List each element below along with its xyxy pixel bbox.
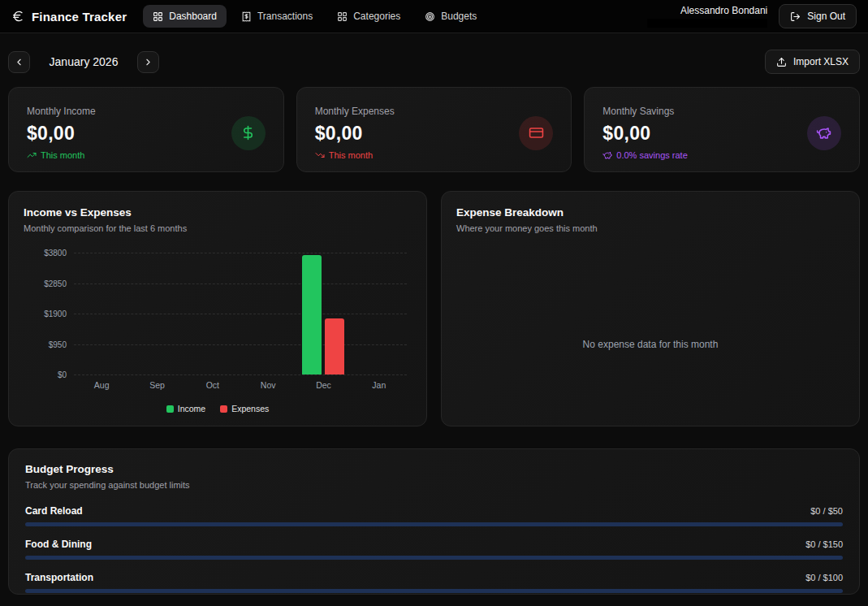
budget-item-transportation: Transportation$0 / $100 xyxy=(25,572,843,593)
receipt-icon xyxy=(241,11,252,22)
budget-title: Budget Progress xyxy=(25,463,843,475)
stats-row: Monthly Income$0,00This monthMonthly Exp… xyxy=(8,87,860,172)
upload-icon xyxy=(776,57,787,67)
trending-up-icon xyxy=(27,150,37,160)
stat-icon-circle xyxy=(807,116,841,150)
budget-subtitle: Track your spending against budget limit… xyxy=(25,480,843,490)
euro-icon xyxy=(11,10,24,23)
upload-icon xyxy=(776,57,787,67)
y-axis-tick: $1900 xyxy=(44,309,67,318)
legend-swatch xyxy=(220,405,227,413)
budget-item-head: Transportation$0 / $100 xyxy=(25,572,843,583)
budget-items: Card Reload$0 / $50Food & Dining$0 / $15… xyxy=(25,505,843,593)
month-label: January 2026 xyxy=(46,55,121,68)
gridline xyxy=(74,374,407,375)
legend-item-income: Income xyxy=(166,404,205,413)
legend-label: Income xyxy=(178,404,205,413)
chevron-right-icon xyxy=(143,57,153,67)
budget-progress-track xyxy=(25,589,843,593)
stat-sub-label: This month xyxy=(329,150,373,160)
top-nav: Finance Tracker DashboardTransactionsCat… xyxy=(0,0,868,33)
credit-card-icon xyxy=(529,125,544,141)
stat-icon-circle xyxy=(231,116,266,150)
nav-item-dashboard[interactable]: Dashboard xyxy=(143,5,227,28)
bar-group-dec xyxy=(296,253,351,374)
brand: Finance Tracker xyxy=(11,10,127,24)
bar-groups xyxy=(74,253,407,374)
x-axis-label-oct: Oct xyxy=(185,380,240,390)
stat-subtext: This month xyxy=(27,150,96,160)
bar-group-jan xyxy=(352,253,407,374)
stat-icon-circle xyxy=(519,116,553,150)
stat-subtext: 0.0% savings rate xyxy=(602,150,687,160)
nav-items: DashboardTransactionsCategoriesBudgets xyxy=(143,5,486,28)
prev-month-button[interactable] xyxy=(8,51,30,73)
budget-item-value: $0 / $50 xyxy=(810,506,843,516)
grid-icon xyxy=(153,11,163,22)
charts-row: Income vs Expenses Monthly comparison fo… xyxy=(8,191,860,426)
chart-x-axis: AugSepOctNovDecJan xyxy=(74,380,407,390)
budget-progress-card: Budget Progress Track your spending agai… xyxy=(8,448,860,595)
chevron-left-icon xyxy=(14,57,24,67)
stat-text: Monthly Expenses$0,00This month xyxy=(315,106,395,160)
budget-item-head: Food & Dining$0 / $150 xyxy=(25,539,843,550)
main-content: January 2026 Import XLSX Monthly Income$… xyxy=(0,33,868,595)
budget-item-food-dining: Food & Dining$0 / $150 xyxy=(25,539,843,560)
bar-group-nov xyxy=(240,253,296,374)
nav-item-budgets[interactable]: Budgets xyxy=(415,5,486,28)
stat-sub-label: This month xyxy=(41,150,84,160)
log-out-icon xyxy=(790,11,801,22)
trending-down-icon xyxy=(315,150,325,160)
nav-item-transactions[interactable]: Transactions xyxy=(231,5,322,28)
import-xlsx-button[interactable]: Import XLSX xyxy=(765,50,860,74)
bar-group-sep xyxy=(129,253,184,374)
budget-item-value: $0 / $100 xyxy=(805,573,843,582)
legend-label: Expenses xyxy=(231,404,269,413)
income-bar-dec xyxy=(302,255,322,374)
y-axis-tick: $950 xyxy=(49,340,67,348)
stat-title: Monthly Expenses xyxy=(315,106,395,117)
stat-card-monthly-income: Monthly Income$0,00This month xyxy=(8,87,284,172)
budget-item-head: Card Reload$0 / $50 xyxy=(25,505,843,517)
dollar-icon xyxy=(240,125,256,141)
bar-group-oct xyxy=(185,253,240,374)
nav-item-label: Categories xyxy=(353,11,400,22)
import-xlsx-label: Import XLSX xyxy=(793,56,849,67)
budget-item-label: Card Reload xyxy=(25,505,83,517)
chevron-left-icon xyxy=(14,57,24,67)
stat-sub-label: 0.0% savings rate xyxy=(616,150,687,160)
budget-item-label: Transportation xyxy=(25,572,93,583)
grid-icon xyxy=(337,11,348,22)
stat-value: $0,00 xyxy=(602,123,687,145)
y-axis-tick: $0 xyxy=(58,370,67,379)
y-axis-tick: $2850 xyxy=(44,279,67,288)
stat-text: Monthly Income$0,00This month xyxy=(27,106,96,160)
y-axis-tick: $3800 xyxy=(44,249,67,258)
x-axis-label-sep: Sep xyxy=(129,380,184,390)
redacted-email-bar xyxy=(647,19,767,28)
budget-progress-track xyxy=(25,522,843,526)
euro-icon xyxy=(11,10,24,23)
budget-progress-track xyxy=(25,556,843,560)
piggy-bank-icon xyxy=(602,150,612,160)
x-axis-label-nov: Nov xyxy=(240,380,296,390)
budget-item-card-reload: Card Reload$0 / $50 xyxy=(25,505,843,526)
nav-item-label: Transactions xyxy=(257,11,313,22)
chart-subtitle: Monthly comparison for the last 6 months xyxy=(24,223,412,233)
x-axis-label-jan: Jan xyxy=(352,380,407,390)
stat-subtext: This month xyxy=(315,150,395,160)
legend-swatch xyxy=(166,405,174,413)
budget-item-value: $0 / $150 xyxy=(805,539,843,549)
expense-breakdown-subtitle: Where your money goes this month xyxy=(456,223,844,233)
stat-text: Monthly Savings$0,000.0% savings rate xyxy=(602,106,687,160)
budget-item-label: Food & Dining xyxy=(25,539,92,550)
empty-message: No expense data for this month xyxy=(583,309,719,350)
x-axis-label-dec: Dec xyxy=(296,380,351,390)
stat-card-monthly-savings: Monthly Savings$0,000.0% savings rate xyxy=(584,87,860,172)
next-month-button[interactable] xyxy=(137,51,159,73)
sign-out-button[interactable]: Sign Out xyxy=(779,4,857,28)
user-block: Alessandro Bondani xyxy=(647,5,767,28)
nav-item-label: Dashboard xyxy=(169,11,217,22)
nav-item-categories[interactable]: Categories xyxy=(327,5,410,28)
income-vs-expenses-card: Income vs Expenses Monthly comparison fo… xyxy=(8,191,427,426)
